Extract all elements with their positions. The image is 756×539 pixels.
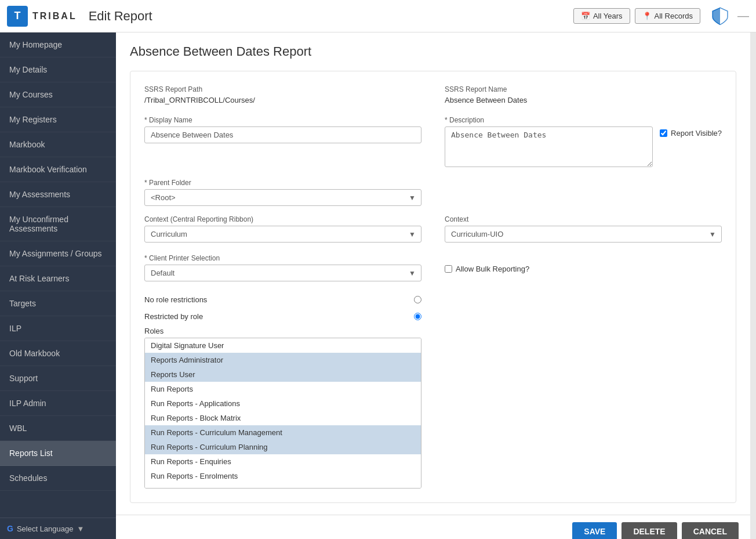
- restricted-radio[interactable]: [414, 313, 421, 320]
- description-input[interactable]: Absence Between Dates: [445, 126, 653, 167]
- sidebar-item-my-assessments[interactable]: My Assessments: [0, 182, 116, 207]
- report-visible-row: Report Visible?: [660, 129, 722, 138]
- sidebar-item-support[interactable]: Support: [0, 366, 116, 391]
- role-restrictions-section: No role restrictions Restricted by role …: [144, 293, 722, 489]
- context-label: Context: [445, 215, 722, 223]
- page-title: Edit Report: [89, 9, 573, 24]
- no-role-radio[interactable]: [414, 296, 421, 303]
- sidebar-item-ilp[interactable]: ILP: [0, 316, 116, 341]
- allow-bulk-checkbox[interactable]: [445, 265, 452, 273]
- all-records-button[interactable]: 📍 All Records: [635, 8, 700, 24]
- google-icon: G: [7, 524, 13, 533]
- ssrs-name-group: SSRS Report Name Absence Between Dates: [445, 85, 722, 104]
- sidebar-item-my-assignments-groups[interactable]: My Assignments / Groups: [0, 241, 116, 266]
- restricted-label: Restricted by role: [144, 310, 414, 323]
- sidebar: My Homepage My Details My Courses My Reg…: [0, 32, 116, 539]
- sidebar-item-my-registers[interactable]: My Registers: [0, 107, 116, 132]
- role-run-reports-curriculum-planning[interactable]: Run Reports - Curriculum Planning: [145, 440, 421, 454]
- role-run-reports-applications[interactable]: Run Reports - Applications: [145, 396, 421, 411]
- placeholder-right: [445, 179, 722, 206]
- all-years-button[interactable]: 📅 All Years: [573, 8, 630, 24]
- client-printer-select[interactable]: Default Client Server: [144, 265, 421, 281]
- ssrs-name-label: SSRS Report Name: [445, 85, 722, 93]
- ssrs-row: SSRS Report Path /Tribal_ORNTRIBCOLL/Cou…: [144, 85, 722, 104]
- role-run-reports-exams[interactable]: Run Reports - Exams: [145, 483, 421, 489]
- footer: SAVE DELETE CANCEL: [116, 515, 750, 539]
- pin-icon: 📍: [642, 12, 652, 20]
- role-run-reports-enquiries[interactable]: Run Reports - Enquiries: [145, 454, 421, 469]
- sidebar-item-markbook-verification[interactable]: Markbook Verification: [0, 157, 116, 182]
- allow-bulk-row: Allow Bulk Reporting?: [445, 265, 529, 273]
- context-select-wrapper: Curriculum-UIO Administration Learner ▼: [445, 226, 722, 243]
- sidebar-item-my-unconfirmed-assessments[interactable]: My Unconfirmed Assessments: [0, 207, 116, 241]
- display-name-group: * Display Name: [144, 116, 421, 167]
- context-row: Context (Central Reporting Ribbon) Curri…: [144, 215, 722, 243]
- sidebar-footer: G Select Language ▼: [0, 518, 116, 539]
- parent-folder-select-wrapper: <Root> Curriculum Administration ▼: [144, 189, 421, 206]
- content-inner: Absence Between Dates Report SSRS Report…: [116, 32, 750, 515]
- report-visible-label: Report Visible?: [671, 129, 722, 138]
- client-printer-group: * Client Printer Selection Default Clien…: [144, 254, 421, 281]
- all-years-label: All Years: [593, 12, 623, 20]
- client-printer-select-wrapper: Default Client Server ▼: [144, 265, 421, 281]
- calendar-icon: 📅: [581, 12, 590, 20]
- cancel-button[interactable]: CANCEL: [682, 522, 739, 539]
- description-group: * Description Absence Between Dates Repo…: [445, 116, 722, 167]
- save-button[interactable]: SAVE: [572, 522, 617, 539]
- logo-area: T TRIBAL: [7, 6, 77, 27]
- display-desc-row: * Display Name * Description Absence Bet…: [144, 116, 722, 167]
- sidebar-item-reports-list[interactable]: Reports List: [0, 441, 116, 466]
- language-dropdown-arrow[interactable]: ▼: [77, 524, 84, 533]
- roles-heading: Roles: [144, 327, 421, 335]
- client-printer-label: * Client Printer Selection: [144, 254, 421, 262]
- role-restrictions-right: [445, 293, 722, 489]
- context-group: Context Curriculum-UIO Administration Le…: [445, 215, 722, 243]
- right-scrollbar[interactable]: [750, 32, 756, 539]
- role-restrictions-left: No role restrictions Restricted by role …: [144, 293, 421, 489]
- sidebar-item-wbl[interactable]: WBL: [0, 416, 116, 441]
- select-language-label[interactable]: Select Language: [17, 524, 74, 533]
- logo-letter: T: [14, 10, 21, 22]
- content-area: Absence Between Dates Report SSRS Report…: [116, 32, 750, 539]
- context-ribbon-select-wrapper: Curriculum Administration Learner ▼: [144, 226, 421, 243]
- role-reports-user[interactable]: Reports User: [145, 367, 421, 382]
- sidebar-item-my-courses[interactable]: My Courses: [0, 82, 116, 107]
- allow-bulk-label: Allow Bulk Reporting?: [456, 265, 529, 273]
- display-name-label: * Display Name: [144, 116, 421, 124]
- sidebar-item-old-markbook[interactable]: Old Markbook: [0, 341, 116, 366]
- role-reports-admin[interactable]: Reports Administrator: [145, 353, 421, 367]
- context-ribbon-select[interactable]: Curriculum Administration Learner: [144, 226, 421, 243]
- ssrs-path-value: /Tribal_ORNTRIBCOLL/Courses/: [144, 96, 255, 104]
- restricted-by-role-row: Restricted by role: [144, 310, 421, 323]
- ssrs-path-label: SSRS Report Path: [144, 85, 421, 93]
- sidebar-item-at-risk-learners[interactable]: At Risk Learners: [0, 266, 116, 291]
- sidebar-item-my-details[interactable]: My Details: [0, 57, 116, 82]
- minimize-button[interactable]: —: [737, 9, 749, 23]
- brand-name: TRIBAL: [32, 11, 77, 21]
- role-digital-signature[interactable]: Digital Signature User: [145, 338, 421, 353]
- sidebar-item-ilp-admin[interactable]: ILP Admin: [0, 391, 116, 416]
- header: T TRIBAL Edit Report 📅 All Years 📍 All R…: [0, 0, 756, 32]
- display-name-input[interactable]: [144, 126, 421, 143]
- role-run-reports-enrolments[interactable]: Run Reports - Enrolments: [145, 469, 421, 483]
- all-records-label: All Records: [655, 12, 693, 20]
- description-label: * Description: [445, 116, 722, 124]
- report-form: SSRS Report Path /Tribal_ORNTRIBCOLL/Cou…: [130, 71, 736, 503]
- parent-folder-select[interactable]: <Root> Curriculum Administration: [144, 189, 421, 206]
- context-select[interactable]: Curriculum-UIO Administration Learner: [445, 226, 722, 243]
- logo-box: T: [7, 6, 28, 27]
- sidebar-item-schedules[interactable]: Schedules: [0, 466, 116, 491]
- sidebar-item-markbook[interactable]: Markbook: [0, 132, 116, 157]
- roles-list[interactable]: Digital Signature User Reports Administr…: [144, 338, 421, 489]
- role-run-reports-block-matrix[interactable]: Run Reports - Block Matrix: [145, 411, 421, 425]
- report-title: Absence Between Dates Report: [130, 44, 736, 59]
- role-run-reports-curriculum-mgmt[interactable]: Run Reports - Curriculum Management: [145, 425, 421, 440]
- sidebar-item-my-homepage[interactable]: My Homepage: [0, 32, 116, 57]
- ssrs-name-value: Absence Between Dates: [445, 96, 527, 104]
- tribal-shield-icon: [710, 6, 730, 27]
- role-run-reports[interactable]: Run Reports: [145, 382, 421, 396]
- delete-button[interactable]: DELETE: [621, 522, 677, 539]
- context-ribbon-group: Context (Central Reporting Ribbon) Curri…: [144, 215, 421, 243]
- sidebar-item-targets[interactable]: Targets: [0, 291, 116, 316]
- report-visible-checkbox[interactable]: [660, 129, 667, 137]
